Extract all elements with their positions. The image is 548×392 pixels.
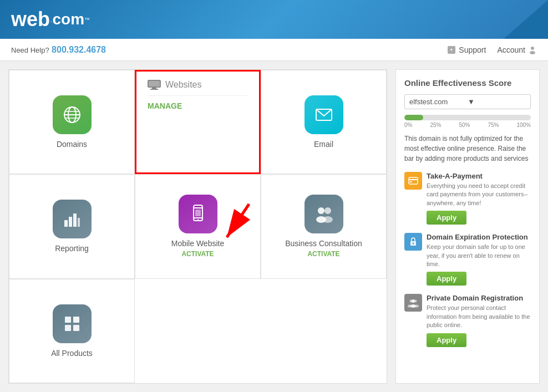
svg-rect-35 bbox=[410, 181, 412, 182]
account-link[interactable]: Account bbox=[497, 45, 537, 54]
payment-offer-icon bbox=[404, 172, 422, 190]
logo-com-text: com bbox=[52, 11, 84, 28]
svg-rect-16 bbox=[73, 213, 77, 227]
support-label: Support bbox=[459, 45, 486, 54]
sub-header: Need Help? 800.932.4678 + Support Accoun… bbox=[0, 39, 548, 61]
domains-icon-bg bbox=[53, 95, 92, 134]
support-link[interactable]: + Support bbox=[447, 45, 486, 54]
take-a-payment-content: Take-A-Payment Everything you need to ac… bbox=[427, 172, 531, 225]
reporting-icon bbox=[61, 208, 83, 230]
all-products-cell[interactable]: All Products bbox=[9, 279, 135, 383]
private-domain-apply-btn[interactable]: Apply bbox=[427, 333, 466, 347]
svg-point-21 bbox=[197, 220, 199, 221]
support-icon: + bbox=[447, 45, 456, 54]
svg-point-40 bbox=[414, 300, 417, 303]
business-cell[interactable]: Business Consultation ACTIVATE bbox=[261, 174, 387, 278]
main-content: Domains Websites MANAGE Emai bbox=[0, 61, 548, 392]
websites-icon bbox=[148, 80, 161, 90]
domain-expiration-desc: Keep your domain safe for up to one year… bbox=[427, 243, 531, 268]
svg-point-26 bbox=[324, 207, 331, 214]
private-domain-desc: Protect your personal contact informatio… bbox=[427, 304, 531, 329]
svg-point-42 bbox=[408, 305, 412, 308]
svg-point-3 bbox=[530, 51, 535, 54]
svg-rect-14 bbox=[64, 220, 68, 227]
svg-rect-22 bbox=[195, 210, 201, 216]
nav-links: + Support Account bbox=[447, 45, 537, 54]
domain-selector[interactable]: elfstest.com ▼ bbox=[404, 94, 531, 109]
svg-rect-12 bbox=[150, 89, 158, 90]
websites-header: Websites bbox=[148, 80, 248, 96]
email-icon bbox=[313, 104, 335, 126]
svg-rect-15 bbox=[69, 217, 72, 227]
business-icon-bg bbox=[305, 195, 343, 233]
svg-point-39 bbox=[410, 300, 413, 303]
phone-number[interactable]: 800.932.4678 bbox=[52, 45, 106, 54]
reporting-cell[interactable]: Reporting bbox=[9, 174, 135, 278]
logo-web-text: web bbox=[11, 8, 50, 31]
domain-expiration-content: Domain Expiration Protection Keep your d… bbox=[427, 233, 531, 286]
help-info: Need Help? 800.932.4678 bbox=[11, 45, 106, 55]
svg-line-24 bbox=[227, 204, 249, 237]
svg-rect-32 bbox=[73, 325, 79, 331]
email-icon-bg bbox=[305, 95, 343, 134]
take-a-payment-apply-btn[interactable]: Apply bbox=[427, 211, 466, 225]
offer-item-take-a-payment: Take-A-Payment Everything you need to ac… bbox=[404, 172, 531, 225]
svg-rect-31 bbox=[65, 325, 71, 331]
products-panel: Domains Websites MANAGE Emai bbox=[8, 69, 387, 384]
label-100: 100% bbox=[516, 122, 531, 128]
svg-rect-11 bbox=[152, 88, 156, 89]
chevron-down-icon: ▼ bbox=[468, 98, 526, 106]
svg-rect-29 bbox=[65, 317, 71, 323]
label-25: 25% bbox=[430, 122, 441, 128]
logo[interactable]: web.com™ bbox=[11, 8, 90, 31]
svg-point-25 bbox=[318, 207, 324, 214]
mobile-icon bbox=[187, 203, 209, 225]
optimization-text: This domain is not fully optimized for t… bbox=[404, 134, 531, 164]
offer-item-private-domain: Private Domain Registration Protect your… bbox=[404, 294, 531, 347]
mobile-icon-bg bbox=[179, 195, 217, 233]
manage-link[interactable]: MANAGE bbox=[148, 101, 182, 110]
all-products-icon-bg bbox=[53, 304, 92, 343]
reporting-icon-bg bbox=[53, 200, 92, 238]
account-label: Account bbox=[497, 45, 525, 54]
domain-expiration-apply-btn[interactable]: Apply bbox=[427, 272, 466, 286]
domain-expiration-title: Domain Expiration Protection bbox=[427, 233, 531, 241]
svg-point-37 bbox=[413, 243, 414, 245]
logo-tm: ™ bbox=[84, 17, 90, 23]
offer-item-domain-expiration: Domain Expiration Protection Keep your d… bbox=[404, 233, 531, 286]
reporting-label: Reporting bbox=[55, 244, 89, 253]
business-activate: ACTIVATE bbox=[307, 250, 339, 258]
mobile-cell[interactable]: Mobile Website ACTIVATE bbox=[135, 174, 261, 278]
progress-bar-bg bbox=[404, 115, 531, 120]
red-arrow-indicator bbox=[221, 198, 255, 245]
svg-point-28 bbox=[323, 216, 333, 223]
panel-title: Online Effectiveness Score bbox=[404, 78, 531, 88]
take-a-payment-desc: Everything you need to accept credit car… bbox=[427, 182, 531, 207]
svg-rect-30 bbox=[73, 317, 79, 323]
domain-offer-icon bbox=[404, 233, 422, 251]
domains-label: Domains bbox=[57, 140, 87, 149]
domains-icon bbox=[61, 104, 83, 126]
email-cell[interactable]: Email bbox=[261, 70, 387, 174]
svg-rect-33 bbox=[409, 177, 418, 184]
label-0: 0% bbox=[404, 122, 412, 128]
progress-bar-container: 0% 25% 50% 75% 100% bbox=[404, 115, 531, 128]
domains-cell[interactable]: Domains bbox=[9, 70, 135, 174]
private-icon bbox=[408, 297, 419, 308]
right-panel: Online Effectiveness Score elfstest.com … bbox=[395, 69, 540, 384]
business-label: Business Consultation bbox=[285, 239, 362, 248]
svg-point-43 bbox=[414, 305, 419, 308]
mobile-activate: ACTIVATE bbox=[181, 250, 214, 258]
private-domain-title: Private Domain Registration bbox=[427, 294, 531, 302]
svg-point-2 bbox=[531, 47, 534, 50]
lock-icon bbox=[408, 236, 419, 247]
help-text: Need Help? bbox=[11, 46, 49, 54]
svg-rect-10 bbox=[149, 81, 160, 86]
label-75: 75% bbox=[488, 122, 499, 128]
websites-cell[interactable]: Websites MANAGE bbox=[135, 70, 261, 174]
empty-cell-2 bbox=[261, 279, 387, 383]
business-icon bbox=[313, 203, 335, 225]
svg-text:+: + bbox=[450, 47, 453, 53]
take-a-payment-title: Take-A-Payment bbox=[427, 172, 531, 180]
domain-name: elfstest.com bbox=[409, 98, 468, 106]
